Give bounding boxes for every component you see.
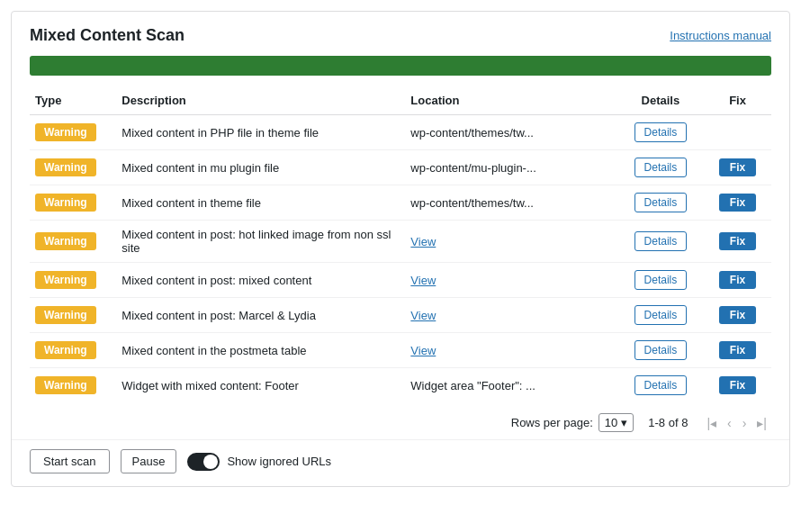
details-button[interactable]: Details: [634, 193, 688, 212]
details-cell: Details: [617, 115, 704, 150]
details-cell: Details: [617, 368, 704, 403]
fix-button[interactable]: Fix: [719, 341, 756, 359]
description-cell: Mixed content in post: Marcel & Lydia: [116, 298, 405, 333]
warning-badge: Warning: [35, 271, 96, 289]
pagination-row: Rows per page: 10 ▾ 1-8 of 8 |◂ ‹ › ▸|: [12, 402, 789, 439]
details-button[interactable]: Details: [634, 158, 688, 177]
fix-button[interactable]: Fix: [719, 158, 756, 176]
fix-button[interactable]: Fix: [719, 306, 756, 324]
description-cell: Mixed content in post: mixed content: [116, 263, 405, 298]
fix-button[interactable]: Fix: [719, 271, 756, 289]
warning-badge: Warning: [35, 194, 96, 212]
table-row: WarningMixed content in post: mixed cont…: [30, 263, 771, 298]
location-cell: wp-content/themes/tw...: [405, 185, 616, 221]
warning-badge: Warning: [35, 376, 96, 394]
table-row: WarningMixed content in PHP file in them…: [30, 115, 771, 150]
instructions-link[interactable]: Instructions manual: [670, 29, 771, 42]
description-cell: Mixed content in the postmeta table: [116, 333, 405, 368]
description-cell: Mixed content in post: hot linked image …: [116, 221, 405, 263]
show-ignored-toggle-container: Show ignored URLs: [187, 453, 331, 471]
details-cell: Details: [617, 150, 704, 185]
details-button[interactable]: Details: [634, 340, 688, 360]
last-page-button[interactable]: ▸|: [752, 415, 771, 431]
pagination-buttons: |◂ ‹ › ▸|: [702, 415, 771, 431]
results-table-container: Type Description Location Details Fix Wa…: [12, 86, 789, 402]
location-cell: wp-content/themes/tw...: [405, 115, 616, 150]
details-button[interactable]: Details: [634, 305, 688, 325]
location-cell[interactable]: View: [405, 221, 616, 263]
chevron-down-icon: ▾: [621, 416, 627, 429]
warning-badge: Warning: [35, 341, 96, 359]
view-link[interactable]: View: [410, 274, 436, 287]
details-button[interactable]: Details: [634, 375, 688, 395]
show-ignored-label: Show ignored URLs: [227, 455, 331, 468]
warning-badge: Warning: [35, 158, 96, 176]
table-row: WarningMixed content in post: Marcel & L…: [30, 298, 771, 333]
fix-cell: Fix: [704, 368, 771, 403]
table-row: WarningWidget with mixed content: Footer…: [30, 368, 771, 403]
page-title: Mixed Content Scan: [30, 26, 184, 45]
rows-per-page-value: 10: [605, 416, 617, 429]
col-header-type: Type: [30, 86, 116, 115]
fix-button[interactable]: Fix: [719, 376, 756, 394]
col-header-fix: Fix: [704, 86, 771, 115]
col-header-description: Description: [116, 86, 405, 115]
warning-badge: Warning: [35, 232, 96, 250]
location-cell[interactable]: View: [405, 298, 616, 333]
description-cell: Mixed content in PHP file in theme file: [116, 115, 405, 150]
location-cell[interactable]: View: [405, 263, 616, 298]
details-cell: Details: [617, 298, 704, 333]
description-cell: Mixed content in mu plugin file: [116, 150, 405, 185]
table-row: WarningMixed content in mu plugin filewp…: [30, 150, 771, 185]
col-header-location: Location: [405, 86, 616, 115]
fix-cell: Fix: [704, 150, 771, 185]
prev-page-button[interactable]: ‹: [723, 415, 736, 431]
warning-badge: Warning: [35, 123, 96, 141]
table-row: WarningMixed content in the postmeta tab…: [30, 333, 771, 368]
location-cell: Widget area "Footer": ...: [405, 368, 616, 403]
fix-cell: Fix: [704, 221, 771, 263]
details-button[interactable]: Details: [634, 231, 688, 251]
details-cell: Details: [617, 263, 704, 298]
location-cell[interactable]: View: [405, 333, 616, 368]
progress-bar-container: [30, 56, 771, 76]
fix-cell: Fix: [704, 298, 771, 333]
fix-cell: [704, 115, 771, 150]
table-row: WarningMixed content in theme filewp-con…: [30, 185, 771, 221]
details-button[interactable]: Details: [634, 270, 688, 290]
fix-cell: Fix: [704, 333, 771, 368]
show-ignored-toggle[interactable]: [187, 453, 220, 471]
table-row: WarningMixed content in post: hot linked…: [30, 221, 771, 263]
col-header-details: Details: [617, 86, 704, 115]
next-page-button[interactable]: ›: [738, 415, 752, 431]
fix-button[interactable]: Fix: [719, 232, 756, 250]
fix-cell: Fix: [704, 263, 771, 298]
rows-per-page: Rows per page: 10 ▾: [511, 413, 634, 432]
footer-bar: Start scan Pause Show ignored URLs: [12, 439, 789, 486]
warning-badge: Warning: [35, 306, 96, 324]
rows-per-page-select[interactable]: 10 ▾: [598, 413, 634, 432]
page-info: 1-8 of 8: [648, 416, 688, 429]
details-cell: Details: [617, 333, 704, 368]
location-cell: wp-content/mu-plugin-...: [405, 150, 616, 185]
details-cell: Details: [617, 185, 704, 221]
start-scan-button[interactable]: Start scan: [30, 449, 110, 473]
description-cell: Mixed content in theme file: [116, 185, 405, 221]
progress-bar: [30, 56, 771, 76]
pause-button[interactable]: Pause: [121, 449, 177, 473]
fix-cell: Fix: [704, 185, 771, 221]
view-link[interactable]: View: [410, 309, 436, 322]
first-page-button[interactable]: |◂: [702, 415, 721, 431]
view-link[interactable]: View: [410, 235, 436, 248]
view-link[interactable]: View: [410, 344, 436, 357]
details-button[interactable]: Details: [634, 122, 688, 142]
results-table: Type Description Location Details Fix Wa…: [30, 86, 771, 402]
description-cell: Widget with mixed content: Footer: [116, 368, 405, 403]
rows-per-page-label: Rows per page:: [511, 416, 593, 429]
details-cell: Details: [617, 221, 704, 263]
fix-button[interactable]: Fix: [719, 194, 756, 212]
